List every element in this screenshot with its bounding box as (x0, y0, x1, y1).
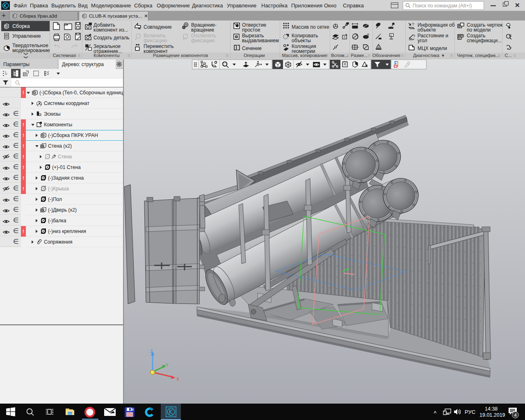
svg-text:12: 12 (5, 73, 7, 75)
svg-text:A: A (390, 34, 392, 37)
svg-text:X: X (176, 377, 179, 381)
svg-text:Y: Y (166, 363, 169, 368)
svg-text:Z: Z (150, 349, 153, 354)
svg-text:?: ? (413, 34, 415, 38)
svg-text:E: E (132, 408, 134, 411)
svg-text:R: R (367, 33, 369, 36)
svg-text:?: ? (412, 22, 414, 26)
svg-text:B: B (509, 34, 512, 38)
